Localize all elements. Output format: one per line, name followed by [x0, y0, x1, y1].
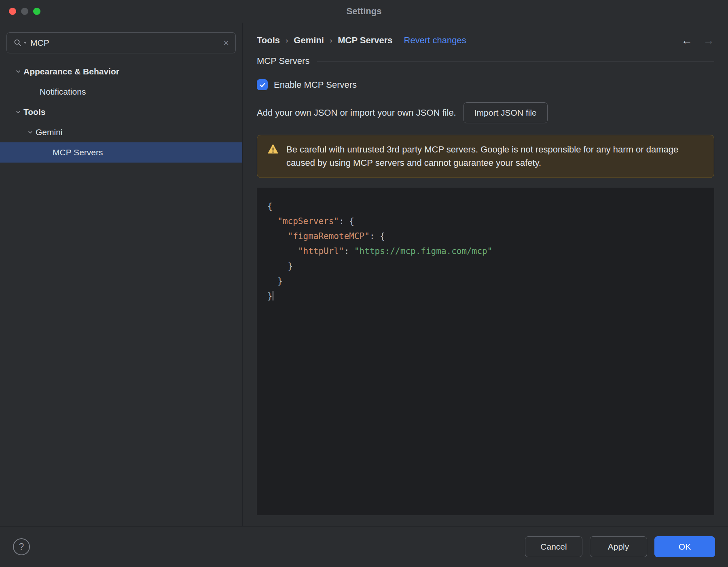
- chevron-down-icon[interactable]: [13, 109, 23, 115]
- chevron-down-icon[interactable]: [13, 68, 23, 75]
- dialog-footer: ? Cancel Apply OK: [0, 526, 728, 567]
- footer-buttons: Cancel Apply OK: [525, 536, 715, 557]
- zoom-window-button[interactable]: [33, 8, 40, 15]
- ok-button[interactable]: OK: [654, 536, 715, 557]
- code-line: }: [267, 274, 714, 289]
- sidebar-item-label: Appearance & Behavior: [23, 67, 119, 76]
- sidebar-item-label: MCP Servers: [53, 148, 103, 157]
- code-line: }: [267, 259, 714, 274]
- code-line: "figmaRemoteMCP": {: [267, 229, 714, 244]
- sidebar-item-notifications[interactable]: Notifications: [0, 82, 242, 102]
- search-input[interactable]: [30, 38, 220, 48]
- breadcrumb-separator-icon: ›: [286, 36, 288, 45]
- back-arrow-icon[interactable]: ←: [681, 34, 692, 47]
- section-divider: [317, 61, 714, 61]
- sidebar-item-gemini[interactable]: Gemini: [0, 122, 242, 142]
- forward-arrow-icon: →: [703, 34, 714, 47]
- enable-mcp-checkbox[interactable]: [257, 79, 268, 90]
- breadcrumb-item-tools[interactable]: Tools: [257, 35, 280, 46]
- close-window-button[interactable]: [9, 8, 16, 15]
- json-editor[interactable]: { "mcpServers": { "figmaRemoteMCP": { "h…: [257, 188, 714, 515]
- search-field[interactable]: ×: [6, 32, 236, 53]
- warning-icon: [267, 143, 279, 156]
- breadcrumb-item-gemini[interactable]: Gemini: [294, 35, 324, 46]
- warning-text: Be careful with untrusted 3rd party MCP …: [286, 143, 703, 169]
- sidebar-item-mcp-servers[interactable]: MCP Servers: [0, 142, 242, 163]
- title-bar: Settings: [0, 0, 728, 23]
- help-icon: ?: [19, 542, 24, 552]
- revert-changes-link[interactable]: Revert changes: [404, 35, 466, 46]
- search-options-chevron-icon: [23, 41, 27, 45]
- search-icon: [13, 38, 27, 47]
- code-line: "mcpServers": {: [267, 214, 714, 229]
- code-line: {: [267, 199, 714, 214]
- chevron-down-icon[interactable]: [25, 129, 36, 135]
- code-line: }: [267, 289, 714, 304]
- code-line: "httpUrl": "https://mcp.figma.com/mcp": [267, 244, 714, 259]
- settings-tree: Appearance & Behavior Notifications Tool…: [0, 61, 242, 163]
- history-nav: ← →: [681, 34, 714, 47]
- breadcrumb: Tools › Gemini › MCP Servers Revert chan…: [257, 32, 714, 49]
- enable-mcp-row: Enable MCP Servers: [257, 79, 714, 90]
- section-header: MCP Servers: [257, 56, 714, 66]
- breadcrumb-item-mcp-servers: MCP Servers: [338, 35, 392, 46]
- apply-button[interactable]: Apply: [590, 536, 647, 557]
- import-row: Add your own JSON or import your own JSO…: [257, 102, 714, 123]
- help-button[interactable]: ?: [13, 538, 30, 555]
- sidebar-item-label: Tools: [23, 107, 45, 117]
- text-cursor: [273, 291, 273, 300]
- settings-content: Tools › Gemini › MCP Servers Revert chan…: [243, 23, 728, 526]
- sidebar-item-label: Gemini: [36, 127, 63, 137]
- checkmark-icon: [259, 81, 266, 89]
- import-description: Add your own JSON or import your own JSO…: [257, 108, 456, 118]
- breadcrumb-separator-icon: ›: [330, 36, 332, 45]
- warning-banner: Be careful with untrusted 3rd party MCP …: [257, 135, 714, 178]
- traffic-lights: [9, 8, 40, 15]
- section-title: MCP Servers: [257, 56, 309, 66]
- sidebar-item-label: Notifications: [40, 87, 86, 97]
- clear-search-icon[interactable]: ×: [223, 38, 229, 48]
- enable-mcp-label[interactable]: Enable MCP Servers: [274, 80, 357, 90]
- cancel-button[interactable]: Cancel: [525, 536, 582, 557]
- sidebar-item-tools[interactable]: Tools: [0, 102, 242, 122]
- minimize-window-button[interactable]: [21, 8, 28, 15]
- settings-sidebar: × Appearance & Behavior Notifications To…: [0, 23, 243, 526]
- sidebar-item-appearance-behavior[interactable]: Appearance & Behavior: [0, 61, 242, 82]
- import-json-button[interactable]: Import JSON file: [463, 102, 548, 123]
- window-title: Settings: [0, 6, 728, 17]
